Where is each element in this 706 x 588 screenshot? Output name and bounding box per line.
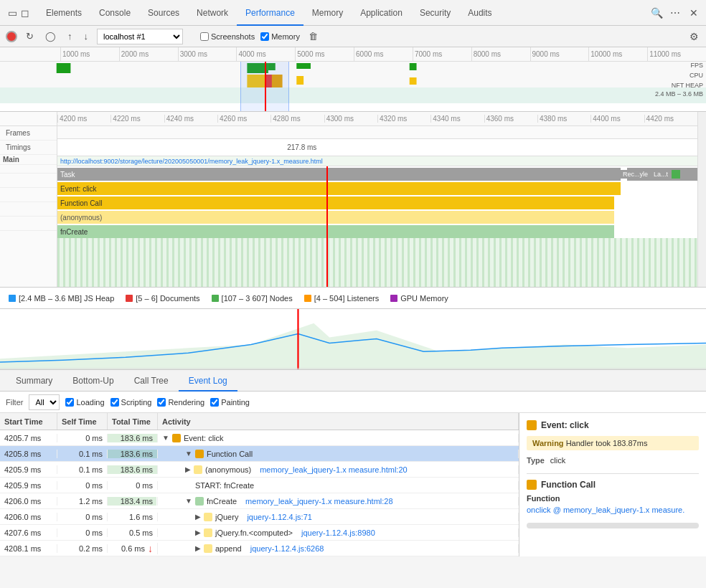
tab-console[interactable]: Console — [90, 0, 139, 26]
table-row-start-fncreate[interactable]: 4205.9 ms 0 ms 0 ms START: fnCreate — [0, 478, 519, 493]
table-row-append[interactable]: 4208.1 ms 0.2 ms 0.6 ms ↓ ▶ append jquer… — [0, 541, 519, 556]
panel-fc-icon — [527, 480, 537, 490]
td-activity-1: ▼ Function Call — [158, 450, 519, 458]
filter-select[interactable]: All — [29, 394, 60, 410]
svg-rect-8 — [296, 76, 303, 85]
anonymous-bar[interactable]: (anonymous) — [57, 211, 614, 224]
trace-labels: Frames Timings Main — [0, 112, 57, 287]
expand-arrow-2[interactable]: ▶ — [185, 465, 191, 473]
td-self-7: 0.2 ms — [57, 544, 108, 553]
activity-icon-0 — [172, 434, 181, 442]
ruler-tick-8000: 8000 ms — [471, 47, 530, 61]
dense-bars — [57, 238, 697, 287]
memory-checkbox[interactable] — [260, 32, 269, 41]
panel-event: Event: click — [527, 420, 699, 430]
activity-icon-6 — [204, 528, 212, 537]
tab-sources[interactable]: Sources — [139, 0, 188, 26]
right-panel-scrollbar[interactable] — [527, 523, 699, 528]
main-label: Main — [0, 155, 57, 165]
download-button[interactable]: ↓ — [81, 29, 92, 43]
trash-button[interactable]: 🗑 — [306, 29, 321, 43]
fncreate-bar[interactable]: fnCreate — [57, 225, 614, 238]
device-icon[interactable]: ◻ — [19, 6, 32, 19]
table-row[interactable]: 4205.7 ms 0 ms 183.6 ms ▼ Event: click — [0, 430, 519, 446]
screenshots-checkbox-label[interactable]: Screenshots — [200, 32, 255, 41]
main-url-track: http://localhost:9002/storage/lecture/20… — [57, 156, 697, 166]
ruler-4240: 4240 ms — [164, 115, 217, 123]
scripting-checkbox[interactable] — [110, 398, 119, 407]
table-row-jquery[interactable]: 4206.0 ms 0 ms 1.6 ms ▶ jQuery jquery-1.… — [0, 509, 519, 525]
fncreate-label-row — [0, 217, 57, 231]
refresh-button[interactable]: ↻ — [23, 29, 37, 43]
screenshots-checkbox[interactable] — [200, 32, 209, 41]
activity-icon-4 — [195, 497, 204, 506]
tab-summary[interactable]: Summary — [6, 370, 62, 392]
search-icon[interactable]: 🔍 — [650, 6, 663, 19]
activity-link-5[interactable]: jquery-1.12.4.js:71 — [247, 513, 312, 521]
tab-application[interactable]: Application — [352, 0, 411, 26]
svg-rect-4 — [410, 63, 417, 70]
panel-function-link-wrapper: onclick @ memory_leak_jquery-1.x measure… — [527, 506, 699, 514]
table-row-selected[interactable]: 4205.8 ms 0.1 ms 183.6 ms ▼ Function Cal… — [0, 446, 519, 462]
type-label: Type — [527, 456, 545, 465]
tab-memory[interactable]: Memory — [303, 0, 352, 26]
activity-link-7[interactable]: jquery-1.12.4.js:6268 — [250, 544, 324, 553]
expand-arrow-6[interactable]: ▶ — [195, 528, 201, 536]
function-call-bar[interactable]: Function Call — [57, 196, 614, 209]
upload-button[interactable]: ↑ — [65, 29, 75, 43]
tab-audits[interactable]: Audits — [459, 0, 500, 26]
event-log: Start Time Self Time Total Time Activity… — [0, 413, 706, 556]
expand-arrow-5[interactable]: ▶ — [195, 513, 201, 521]
activity-link-2[interactable]: memory_leak_jquery-1.x measure.html:20 — [260, 465, 407, 474]
devtools-icons-right: 🔍 ⋯ ✕ — [650, 6, 700, 19]
activity-text-5: jQuery — [215, 513, 238, 521]
rendering-checkbox[interactable] — [157, 398, 166, 407]
td-start-7: 4208.1 ms — [0, 544, 57, 553]
scripting-checkbox-label[interactable]: Scripting — [110, 398, 152, 407]
flame-chart: Task Task Rec...yle La...t Event: click … — [57, 166, 697, 287]
scroll-area[interactable] — [697, 112, 706, 287]
tab-elements[interactable]: Elements — [37, 0, 90, 26]
ruler-4280: 4280 ms — [270, 115, 324, 123]
table-row-anon[interactable]: 4205.9 ms 0.1 ms 183.6 ms ▶ (anonymous) … — [0, 462, 519, 478]
tab-bottom-up[interactable]: Bottom-Up — [62, 370, 123, 392]
tab-event-log[interactable]: Event Log — [179, 370, 237, 392]
more-icon[interactable]: ⋯ — [669, 6, 682, 19]
expand-arrow-1[interactable]: ▼ — [185, 450, 192, 457]
url-select[interactable]: localhost #1 — [97, 29, 183, 44]
painting-checkbox-label[interactable]: Painting — [210, 398, 250, 407]
expand-arrow-7[interactable]: ▶ — [195, 544, 201, 552]
trace-content: 4200 ms 4220 ms 4240 ms 4260 ms 4280 ms … — [57, 112, 697, 287]
expand-arrow-0[interactable]: ▼ — [162, 434, 169, 442]
loading-checkbox[interactable] — [65, 398, 74, 407]
memory-chart — [0, 309, 706, 369]
panel-event-icon — [527, 420, 537, 430]
frames-label: Frames — [0, 126, 57, 141]
task-bar[interactable]: Task — [57, 168, 621, 181]
table-row-jqueryfn[interactable]: 4207.6 ms 0 ms 0.5 ms ▶ jQuery.fn.<compu… — [0, 525, 519, 541]
tab-call-tree[interactable]: Call Tree — [124, 370, 179, 392]
rendering-checkbox-label[interactable]: Rendering — [157, 398, 204, 407]
clear-button[interactable]: ◯ — [42, 29, 59, 43]
record-button[interactable] — [6, 31, 17, 42]
inspect-icon[interactable]: ▭ — [6, 6, 19, 19]
painting-checkbox[interactable] — [210, 398, 219, 407]
expand-arrow-4[interactable]: ▼ — [185, 497, 192, 505]
tab-security[interactable]: Security — [411, 0, 459, 26]
settings-icon[interactable]: ⚙ — [687, 30, 700, 43]
tab-network[interactable]: Network — [188, 0, 237, 26]
memory-checkbox-label[interactable]: Memory — [260, 32, 300, 41]
close-icon[interactable]: ✕ — [687, 6, 700, 19]
td-activity-7: ▶ append jquery-1.12.4.js:6268 — [158, 544, 519, 553]
event-click-bar[interactable]: Event: click — [57, 182, 621, 195]
panel-function-link[interactable]: onclick @ memory_leak_jquery-1.x measure… — [527, 506, 684, 514]
tab-performance[interactable]: Performance — [237, 0, 303, 26]
td-activity-4: ▼ fnCreate memory_leak_jquery-1.x measur… — [158, 497, 519, 506]
activity-link-6[interactable]: jquery-1.12.4.js:8980 — [301, 528, 375, 537]
activity-link-4[interactable]: memory_leak_jquery-1.x measure.html:28 — [245, 497, 392, 506]
td-self-4: 1.2 ms — [57, 497, 108, 506]
legend-row: [2.4 MB – 3.6 MB] JS Heap [5 – 6] Docume… — [0, 288, 706, 309]
loading-checkbox-label[interactable]: Loading — [65, 398, 104, 407]
table-row-fncreate[interactable]: 4206.0 ms 1.2 ms 183.4 ms ▼ fnCreate mem… — [0, 493, 519, 509]
filter-label: Filter — [6, 398, 23, 407]
